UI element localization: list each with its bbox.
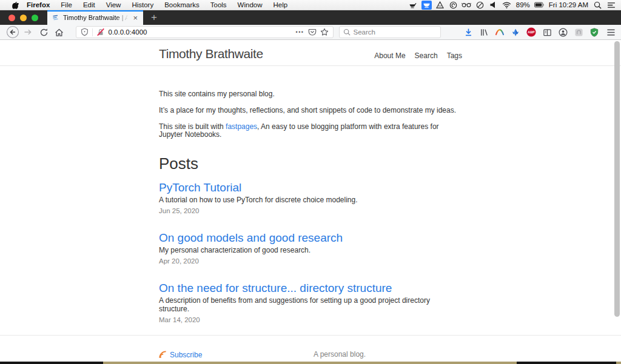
bookmark-star-icon[interactable] [320, 28, 329, 36]
intro-paragraph-3-prefix: This site is built with [159, 122, 226, 131]
arc-extension-icon[interactable] [494, 27, 505, 38]
toolbar-extension-icons: ABP [463, 27, 600, 38]
intro-paragraph-1: This site contains my personal blog. [159, 90, 462, 98]
window-controls [0, 10, 44, 25]
spotlight-search-icon[interactable] [592, 1, 603, 10]
menubar-item-view[interactable]: View [101, 1, 127, 8]
back-button[interactable] [5, 25, 21, 39]
glasses-icon[interactable] [462, 1, 472, 10]
post-description: A tutorial on how to use PyTorch for dis… [159, 196, 462, 204]
intro-paragraph-3: This site is built with fastpages, An ea… [159, 123, 462, 139]
firefox-tabbar: Timothy Brathwaite | A personal b × + [0, 10, 621, 25]
page-viewport: Timothy Brathwaite About Me Search Tags … [0, 40, 621, 362]
search-bar[interactable] [339, 26, 441, 38]
tracking-protection-shield-icon[interactable] [81, 28, 89, 36]
post-description: A description of benefits from and sugge… [159, 296, 462, 313]
battery-percent-label: 89% [515, 1, 531, 8]
menubar-item-tools[interactable]: Tools [205, 1, 232, 8]
clock-label[interactable]: Fri 10:29 AM [548, 1, 589, 8]
nav-link-tags[interactable]: Tags [447, 51, 462, 60]
apple-icon [12, 1, 19, 9]
search-input[interactable] [354, 28, 437, 36]
insecure-lock-icon[interactable] [96, 28, 105, 36]
menu-hamburger-icon[interactable] [605, 27, 616, 38]
post-description: My personal characterization of good res… [159, 246, 462, 254]
minimize-window-button[interactable] [20, 15, 27, 21]
downloads-icon[interactable] [463, 27, 474, 38]
intro-paragraph-2: It’s a place for my thoughts, reflection… [159, 107, 462, 114]
tab-favicon [52, 14, 59, 22]
blue-fan-extension-icon[interactable] [510, 27, 521, 38]
post-date: Mar 14, 2020 [159, 316, 462, 324]
forward-button[interactable] [21, 25, 36, 39]
posts-heading: Posts [159, 156, 462, 171]
tab-title: Timothy Brathwaite | A personal b [63, 14, 128, 21]
menubar-status-area: 89% Fri 10:29 AM [408, 1, 621, 10]
volume-icon[interactable] [488, 1, 498, 10]
menubar-item-help[interactable]: Help [268, 1, 294, 8]
home-button[interactable] [52, 25, 67, 39]
site-nav: About Me Search Tags [374, 51, 462, 60]
green-shield-extension-icon[interactable] [589, 27, 600, 38]
post-title-link[interactable]: PyTorch Tutorial [159, 181, 241, 194]
new-tab-button[interactable]: + [143, 10, 165, 25]
reload-button[interactable] [36, 25, 52, 39]
gravy-boat-icon[interactable] [408, 1, 418, 10]
account-icon[interactable] [557, 27, 568, 38]
close-window-button[interactable] [8, 15, 15, 21]
menubar-item-bookmarks[interactable]: Bookmarks [159, 1, 205, 8]
menubar-item-file[interactable]: File [55, 1, 78, 8]
page-content: This site contains my personal blog. It’… [0, 66, 621, 324]
pocket-icon[interactable] [308, 28, 317, 36]
urlbar-separator [92, 28, 93, 36]
subscribe-link[interactable]: Subscribe [159, 351, 202, 359]
menubar-item-edit[interactable]: Edit [78, 1, 101, 8]
url-text[interactable]: 0.0.0.0:4000 [109, 28, 292, 36]
search-icon [343, 28, 351, 36]
post-item: PyTorch Tutorial A tutorial on how to us… [159, 181, 462, 215]
subscribe-label: Subscribe [170, 351, 202, 359]
intro-section: This site contains my personal blog. It’… [159, 90, 462, 139]
menubar-menus: Firefox File Edit View History Bookmarks… [0, 1, 293, 9]
desktop-wallpaper-strip [0, 362, 621, 364]
vertical-scrollbar[interactable] [614, 41, 620, 317]
wifi-icon[interactable] [502, 1, 512, 10]
rss-icon [159, 351, 167, 359]
site-title[interactable]: Timothy Brathwaite [159, 47, 263, 61]
site-footer: Subscribe A personal blog. [0, 335, 621, 362]
battery-icon[interactable] [534, 1, 545, 10]
screen: Firefox File Edit View History Bookmarks… [0, 0, 621, 364]
active-tab[interactable]: Timothy Brathwaite | A personal b × [47, 10, 143, 25]
post-item: On the need for structure... directory s… [159, 282, 462, 324]
bowl-menu-extra-icon-selected[interactable] [421, 1, 432, 10]
tab-close-icon[interactable]: × [132, 13, 139, 22]
url-bar[interactable]: 0.0.0.0:4000 ••• [76, 26, 334, 38]
adblock-plus-icon[interactable]: ABP [526, 27, 537, 38]
gray-extension-icon[interactable] [573, 27, 584, 38]
fastpages-link[interactable]: fastpages [226, 122, 257, 131]
macos-menubar: Firefox File Edit View History Bookmarks… [0, 0, 621, 10]
footer-tagline: A personal blog. [314, 350, 366, 359]
post-title-link[interactable]: On good models and good research [159, 231, 343, 245]
abp-label: ABP [528, 30, 535, 34]
post-date: Apr 20, 2020 [159, 257, 462, 265]
nav-link-about-me[interactable]: About Me [374, 51, 405, 60]
site-header: Timothy Brathwaite About Me Search Tags [0, 40, 621, 66]
notification-center-icon[interactable] [606, 1, 616, 10]
alien-triangle-icon[interactable] [435, 1, 445, 10]
post-date: Jun 25, 2020 [159, 207, 462, 215]
do-not-disturb-icon[interactable] [475, 1, 485, 10]
nav-link-search[interactable]: Search [415, 51, 438, 60]
zoom-window-button[interactable] [32, 15, 38, 21]
post-item: On good models and good research My pers… [159, 231, 462, 265]
menubar-item-window[interactable]: Window [232, 1, 268, 8]
menubar-app-name[interactable]: Firefox [22, 1, 55, 8]
swirl-icon[interactable] [448, 1, 458, 10]
post-title-link[interactable]: On the need for structure... directory s… [159, 282, 392, 295]
firefox-toolbar: 0.0.0.0:4000 ••• [0, 25, 621, 40]
library-icon[interactable] [478, 27, 489, 38]
menubar-item-history[interactable]: History [126, 1, 159, 8]
sidebar-book-icon[interactable] [542, 27, 552, 38]
apple-menu[interactable] [7, 1, 22, 9]
page-actions-icon[interactable]: ••• [296, 29, 304, 35]
